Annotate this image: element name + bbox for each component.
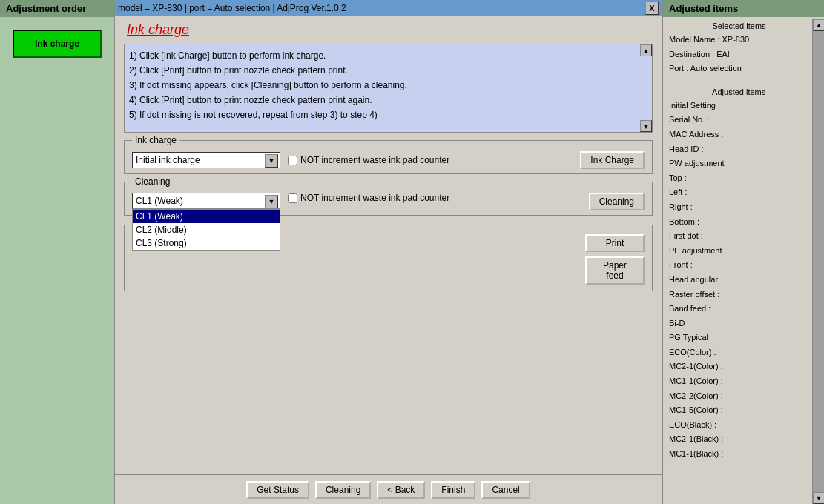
cleaning-checkbox-label[interactable]: NOT increment waste ink pad counter xyxy=(288,193,449,203)
scroll-down-button[interactable]: ▼ xyxy=(640,120,652,132)
ink-charge-dropdown-container: Initial ink charge ▼ xyxy=(132,152,280,168)
ink-charge-select[interactable]: Initial ink charge ▼ xyxy=(132,152,280,168)
port: Port : Auto selection xyxy=(669,62,809,76)
right-panel-title: Adjusted items xyxy=(663,0,824,17)
mc2-1-black: MC2-1(Black) : xyxy=(669,433,809,446)
back-button[interactable]: < Back xyxy=(377,481,425,499)
mc2-1-color: MC2-1(Color) : xyxy=(669,360,809,374)
page-heading: Ink charge xyxy=(115,16,662,41)
ink-charge-section: Ink charge Initial ink charge ▼ NOT incr… xyxy=(124,140,653,174)
eco-black: ECO(Black) : xyxy=(669,419,809,432)
finish-button[interactable]: Finish xyxy=(431,481,475,499)
instruction-3: 3) If dot missing appears, click [Cleani… xyxy=(129,79,647,92)
right-val: Right : xyxy=(669,201,809,214)
right-scrollbar: ▲ ▼ xyxy=(812,19,824,504)
cleaning-checkbox-text: NOT increment waste ink pad counter xyxy=(300,193,449,203)
instruction-2: 2) Click [Print] button to print nozzle … xyxy=(129,64,647,77)
pw-adjustment: PW adjustment xyxy=(669,157,809,170)
cleaning-dropdown-list: CL1 (Weak) CL2 (Middle) CL3 (Strong) xyxy=(132,209,280,251)
close-button[interactable]: X xyxy=(645,1,659,15)
model-name: Model Name : XP-830 xyxy=(669,33,809,47)
cleaning-dropdown-arrow[interactable]: ▼ xyxy=(265,195,278,208)
first-dot: First dot : xyxy=(669,230,809,243)
serial-no: Serial No. : xyxy=(669,113,809,127)
top: Top : xyxy=(669,172,809,185)
right-scroll-track xyxy=(813,31,824,492)
front: Front : xyxy=(669,259,809,272)
left: Left : xyxy=(669,186,809,199)
head-id: Head ID : xyxy=(669,143,809,156)
ink-charge-selected-value: Initial ink charge xyxy=(136,155,200,165)
instructions-box: ▲ 1) Click [Ink Charge] button to perfor… xyxy=(124,44,653,133)
ink-charge-checkbox-label[interactable]: NOT increment waste ink pad counter xyxy=(288,155,449,165)
cleaning-section-label: Cleaning xyxy=(132,176,173,187)
cleaning-option-cl3[interactable]: CL3 (Strong) xyxy=(133,236,280,250)
cleaning-select[interactable]: CL1 (Weak) ▼ xyxy=(132,193,280,209)
instruction-4: 4) Click [Print] button to print nozzle … xyxy=(129,93,647,107)
right-panel-content: - Selected items - Model Name : XP-830 D… xyxy=(663,17,824,502)
selected-items-label: - Selected items - xyxy=(669,21,809,30)
destination: Destination : EAI xyxy=(669,48,809,62)
cleaning-checkbox[interactable] xyxy=(288,193,297,203)
bottom-bar: Get Status Cleaning < Back Finish Cancel xyxy=(115,474,662,504)
right-scroll-down[interactable]: ▼ xyxy=(813,492,824,504)
bottom-cleaning-button[interactable]: Cleaning xyxy=(315,481,371,499)
cleaning-button[interactable]: Cleaning xyxy=(589,193,645,210)
raster-offset: Raster offset : xyxy=(669,288,809,302)
ink-charge-dropdown-arrow[interactable]: ▼ xyxy=(265,154,278,168)
initial-setting: Initial Setting : xyxy=(669,99,809,113)
instruction-5: 5) If dot missing is not recovered, repe… xyxy=(129,108,647,122)
mc1-1-black: MC1-1(Black) : xyxy=(669,448,809,461)
pe-adjustment: PE adjustment xyxy=(669,245,809,258)
bi-d: Bi-D xyxy=(669,317,809,331)
cleaning-dropdown-container: CL1 (Weak) ▼ CL1 (Weak) CL2 (Middle) CL3… xyxy=(132,193,280,209)
bottom-val: Bottom : xyxy=(669,216,809,229)
pg-typical: PG Typical xyxy=(669,331,809,345)
mc1-5-color: MC1-5(Color) : xyxy=(669,404,809,417)
titlebar-text: model = XP-830 | port = Auto selection |… xyxy=(118,3,346,13)
band-feed: Band feed : xyxy=(669,302,809,316)
mc2-2-color: MC2-2(Color) : xyxy=(669,390,809,403)
print-button[interactable]: Print xyxy=(585,234,645,252)
cancel-button[interactable]: Cancel xyxy=(481,481,530,499)
right-panel: Adjusted items - Selected items - Model … xyxy=(662,0,824,504)
titlebar: model = XP-830 | port = Auto selection |… xyxy=(115,0,662,16)
ink-charge-checkbox[interactable] xyxy=(288,156,297,165)
sidebar-title: Adjustment order xyxy=(0,0,115,17)
head-angular: Head angular xyxy=(669,273,809,287)
mac-address: MAC Address : xyxy=(669,128,809,142)
ink-charge-section-label: Ink charge xyxy=(132,135,179,145)
ink-charge-button[interactable]: Ink Charge xyxy=(580,151,645,169)
mc1-1-color: MC1-1(Color) : xyxy=(669,375,809,388)
adjusted-items-label: - Adjusted items - xyxy=(669,87,809,96)
page-title: Ink charge xyxy=(127,22,650,38)
main-content: Ink charge ▲ 1) Click [Ink Charge] butto… xyxy=(115,16,662,504)
sidebar: Adjustment order Ink charge xyxy=(0,0,115,504)
cleaning-option-cl2[interactable]: CL2 (Middle) xyxy=(133,223,280,236)
eco-color: ECO(Color) : xyxy=(669,346,809,359)
cleaning-option-cl1[interactable]: CL1 (Weak) xyxy=(133,210,280,223)
get-status-button[interactable]: Get Status xyxy=(246,481,309,499)
scroll-up-button[interactable]: ▲ xyxy=(640,44,652,56)
instruction-1: 1) Click [Ink Charge] button to perform … xyxy=(129,49,647,62)
right-scroll-up[interactable]: ▲ xyxy=(813,19,824,31)
paper-feed-button[interactable]: Paper feed xyxy=(585,256,645,285)
cleaning-selected-value: CL1 (Weak) xyxy=(136,196,183,206)
sidebar-item-ink-charge[interactable]: Ink charge xyxy=(13,30,102,58)
cleaning-section: Cleaning CL1 (Weak) ▼ CL1 (Weak) CL2 (Mi… xyxy=(124,182,653,216)
ink-charge-checkbox-text: NOT increment waste ink pad counter xyxy=(300,155,449,165)
